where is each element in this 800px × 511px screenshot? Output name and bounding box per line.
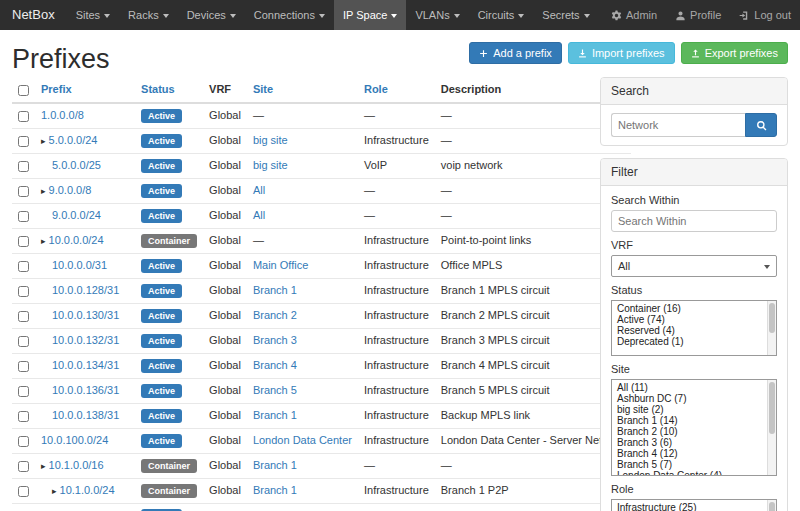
site-link[interactable]: London Data Center (253, 434, 352, 446)
prefix-link[interactable]: 10.1.0.0/24 (60, 484, 115, 496)
prefix-link[interactable]: 10.0.0.128/31 (52, 284, 119, 296)
nav-item-label: Admin (626, 9, 657, 21)
prefix-link[interactable]: 10.0.0.138/31 (52, 409, 119, 421)
table-row: 9.0.0.0/24ActiveGlobalAll—— (12, 203, 631, 228)
search-within-input[interactable] (611, 210, 777, 232)
site-link[interactable]: big site (253, 159, 288, 171)
prefix-link[interactable]: 10.0.0.130/31 (52, 309, 119, 321)
row-checkbox[interactable] (18, 261, 29, 272)
row-checkbox[interactable] (18, 461, 29, 472)
row-checkbox[interactable] (18, 386, 29, 397)
prefix-link[interactable]: 10.0.0.134/31 (52, 359, 119, 371)
nav-item-circuits[interactable]: Circuits (469, 0, 534, 30)
prefix-link[interactable]: 9.0.0.0/24 (52, 209, 101, 221)
site-link[interactable]: All (253, 184, 265, 196)
role-option[interactable]: Infrastructure (25) (612, 502, 765, 511)
site-option[interactable]: London Data Center (4) (612, 470, 765, 476)
search-button[interactable] (745, 113, 777, 137)
site-link[interactable]: Branch 3 (253, 334, 297, 346)
site-cell: Main Office (247, 253, 358, 278)
scrollbar-thumb[interactable] (769, 382, 775, 434)
prefix-link[interactable]: 10.0.0.132/31 (52, 334, 119, 346)
column-header-site[interactable]: Site (247, 77, 358, 103)
site-listbox[interactable]: All (11) Ashburn DC (7) big site (2) Bra… (611, 379, 777, 476)
row-checkbox[interactable] (18, 186, 29, 197)
nav-item-vlans[interactable]: VLANs (406, 0, 468, 30)
site-option[interactable]: Branch 3 (6) (612, 437, 765, 448)
site-option[interactable]: Branch 5 (7) (612, 459, 765, 470)
import-prefixes-button[interactable]: Import prefixes (568, 42, 675, 64)
nav-item-profile[interactable]: Profile (666, 0, 730, 30)
row-checkbox[interactable] (18, 111, 29, 122)
site-link[interactable]: Branch 1 (253, 409, 297, 421)
site-option[interactable]: Ashburn DC (7) (612, 393, 765, 404)
site-link[interactable]: Branch 5 (253, 384, 297, 396)
prefix-link[interactable]: 10.0.100.0/24 (41, 434, 108, 446)
site-link[interactable]: All (253, 209, 265, 221)
status-option[interactable]: Deprecated (1) (612, 336, 765, 347)
site-option[interactable]: Branch 2 (10) (612, 426, 765, 437)
site-link[interactable]: big site (253, 134, 288, 146)
column-header-prefix[interactable]: Prefix (35, 77, 135, 103)
row-checkbox[interactable] (18, 361, 29, 372)
column-header-role[interactable]: Role (358, 77, 435, 103)
prefix-link[interactable]: 1.0.0.0/8 (41, 109, 84, 121)
nav-item-ip-space[interactable]: IP Space (334, 0, 406, 30)
status-badge: Active (141, 434, 182, 448)
role-cell: — (358, 178, 435, 203)
site-link[interactable]: Branch 1 (253, 484, 297, 496)
site-link[interactable]: Branch 1 (253, 459, 297, 471)
nav-item-logout[interactable]: Log out (730, 0, 800, 30)
row-checkbox[interactable] (18, 336, 29, 347)
status-listbox[interactable]: Container (16) Active (74) Reserved (4) … (611, 300, 777, 356)
prefix-link[interactable]: 10.0.0.0/31 (52, 259, 107, 271)
status-option[interactable]: Reserved (4) (612, 325, 765, 336)
row-checkbox[interactable] (18, 436, 29, 447)
row-checkbox[interactable] (18, 136, 29, 147)
row-checkbox[interactable] (18, 486, 29, 497)
vrf-select[interactable]: All (611, 255, 777, 277)
row-checkbox[interactable] (18, 311, 29, 322)
site-option[interactable]: Branch 1 (14) (612, 415, 765, 426)
row-checkbox[interactable] (18, 411, 29, 422)
filter-panel: Filter Search Within VRF All Status C (600, 158, 788, 511)
select-all-checkbox[interactable] (18, 85, 29, 96)
site-link[interactable]: Branch 4 (253, 359, 297, 371)
nav-item-devices[interactable]: Devices (178, 0, 245, 30)
site-option[interactable]: All (11) (612, 382, 765, 393)
status-option[interactable]: Active (74) (612, 314, 765, 325)
prefix-link[interactable]: 10.0.0.0/24 (49, 234, 104, 246)
site-option[interactable]: Branch 4 (12) (612, 448, 765, 459)
site-option[interactable]: big site (2) (612, 404, 765, 415)
prefix-link[interactable]: 5.0.0.0/25 (52, 159, 101, 171)
row-checkbox[interactable] (18, 161, 29, 172)
site-label: Site (611, 363, 777, 375)
prefix-link[interactable]: 10.0.0.136/31 (52, 384, 119, 396)
export-prefixes-button[interactable]: Export prefixes (681, 42, 788, 64)
scrollbar-thumb[interactable] (769, 303, 775, 333)
app-logo[interactable]: NetBox (0, 0, 67, 30)
status-option[interactable]: Container (16) (612, 303, 765, 314)
nav-item-admin[interactable]: Admin (602, 0, 666, 30)
site-link[interactable]: Branch 1 (253, 284, 297, 296)
nav-item-connections[interactable]: Connections (245, 0, 334, 30)
site-link[interactable]: Branch 2 (253, 309, 297, 321)
top-navbar: NetBox Sites Racks Devices Connections I… (0, 0, 800, 30)
nav-item-sites[interactable]: Sites (67, 0, 119, 30)
search-input[interactable] (611, 113, 745, 137)
row-checkbox[interactable] (18, 211, 29, 222)
nav-item-racks[interactable]: Racks (119, 0, 178, 30)
column-header-status[interactable]: Status (135, 77, 203, 103)
prefix-link[interactable]: 9.0.0.0/8 (49, 184, 92, 196)
role-listbox[interactable]: Infrastructure (25) Management (8) Priva… (611, 499, 777, 511)
prefix-link[interactable]: 10.1.0.0/16 (49, 459, 104, 471)
nav-item-secrets[interactable]: Secrets (533, 0, 598, 30)
vrf-label: VRF (611, 239, 777, 251)
scrollbar-thumb[interactable] (769, 502, 775, 511)
add-prefix-button[interactable]: Add a prefix (469, 42, 562, 64)
prefix-link[interactable]: 5.0.0.0/24 (49, 134, 98, 146)
row-checkbox[interactable] (18, 236, 29, 247)
site-link[interactable]: Main Office (253, 259, 308, 271)
expand-caret-icon: ▸ (41, 236, 46, 246)
row-checkbox[interactable] (18, 286, 29, 297)
